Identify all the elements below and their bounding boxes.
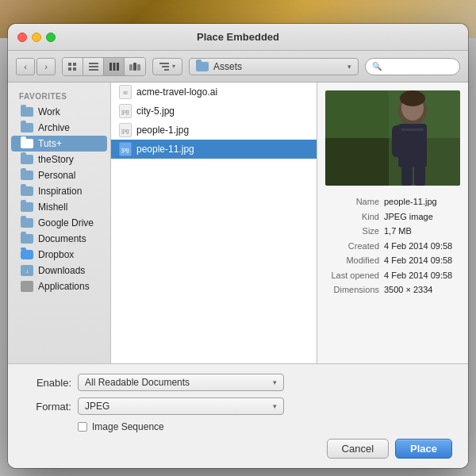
meta-row-created: Created 4 Feb 2014 09:58 <box>327 240 459 253</box>
enable-row: Enable: All Readable Documents ▾ <box>24 374 452 391</box>
sidebar-item-label: Applications <box>38 281 90 292</box>
archive-folder-icon <box>21 123 33 132</box>
sidebar-item-applications[interactable]: Applications <box>11 278 107 294</box>
column-view-button[interactable] <box>104 58 125 75</box>
file-icon-jpg: jpg <box>119 104 132 118</box>
svg-rect-8 <box>113 63 115 71</box>
sidebar-item-google-drive[interactable]: Google Drive <box>11 215 107 231</box>
svg-rect-14 <box>162 66 169 67</box>
close-button[interactable] <box>17 33 27 42</box>
meta-label-modified: Modified <box>327 254 384 267</box>
svg-rect-9 <box>117 63 119 71</box>
documents-folder-icon <box>21 234 33 244</box>
tuts-folder-icon <box>21 139 33 148</box>
format-dropdown[interactable]: JPEG ▾ <box>78 397 284 415</box>
meta-row-modified: Modified 4 Feb 2014 09:58 <box>327 254 459 267</box>
svg-rect-0 <box>68 63 71 66</box>
icon-view-button[interactable] <box>63 58 83 75</box>
enable-value: All Readable Documents <box>85 377 268 388</box>
minimize-button[interactable] <box>32 33 41 42</box>
format-value: JPEG <box>85 401 268 412</box>
sidebar-item-downloads[interactable]: ↓ Downloads <box>11 263 107 278</box>
file-icon-jpg3: jpg <box>119 142 132 156</box>
preview-panel: Name people-11.jpg Kind JPEG image Size … <box>317 83 468 363</box>
meta-label-created: Created <box>327 240 384 253</box>
sidebar-item-label: Personal <box>38 170 75 181</box>
sidebar-item-dropbox[interactable]: Dropbox <box>11 247 107 263</box>
file-name: people-11.jpg <box>136 144 194 155</box>
inspiration-folder-icon <box>21 186 33 196</box>
maximize-button[interactable] <box>46 33 56 42</box>
enable-dropdown[interactable]: All Readable Documents ▾ <box>78 374 284 391</box>
place-button[interactable]: Place <box>395 439 452 459</box>
sidebar-item-label: theStory <box>38 154 74 165</box>
sidebar-item-archive[interactable]: Archive <box>11 120 107 136</box>
svg-rect-10 <box>129 64 132 71</box>
file-item-people-11[interactable]: jpg people-11.jpg <box>111 140 317 159</box>
sidebar-item-documents[interactable]: Documents <box>11 231 107 247</box>
list-view-button[interactable] <box>83 58 104 75</box>
dropbox-icon <box>21 250 33 259</box>
file-icon-ai: ai <box>119 85 132 99</box>
meta-row-kind: Kind JPEG image <box>327 210 459 224</box>
sidebar-item-label: Downloads <box>38 265 85 276</box>
sidebar-item-thestory[interactable]: theStory <box>11 152 107 167</box>
toolbar: ‹ › ▾ Assets ▾ 🔍 <box>8 51 468 83</box>
enable-label: Enable: <box>24 377 71 389</box>
meta-value-last-opened: 4 Feb 2014 09:58 <box>384 269 459 282</box>
file-item-people-1[interactable]: jpg people-1.jpg <box>111 121 317 140</box>
svg-rect-2 <box>68 67 71 71</box>
location-dropdown[interactable]: Assets ▾ <box>189 58 359 75</box>
location-folder-icon <box>196 62 209 71</box>
sidebar-item-personal[interactable]: Personal <box>11 167 107 183</box>
svg-rect-1 <box>73 63 76 66</box>
sidebar-item-label: Inspiration <box>38 186 82 197</box>
downloads-icon: ↓ <box>21 265 33 276</box>
mishell-folder-icon <box>21 202 33 212</box>
meta-label-dimensions: Dimensions <box>327 283 384 297</box>
svg-rect-15 <box>164 69 169 71</box>
location-label: Assets <box>213 61 343 72</box>
file-name: people-1.jpg <box>136 125 189 136</box>
sidebar-item-inspiration[interactable]: Inspiration <box>11 183 107 199</box>
cancel-button[interactable]: Cancel <box>327 439 389 459</box>
preview-image <box>325 90 460 186</box>
meta-label-size: Size <box>327 225 384 238</box>
traffic-lights <box>17 33 56 42</box>
forward-button[interactable]: › <box>36 58 56 75</box>
meta-label-kind: Kind <box>327 210 384 224</box>
meta-value-kind: JPEG image <box>384 210 459 224</box>
meta-row-dimensions: Dimensions 3500 × 2334 <box>327 283 459 297</box>
sidebar-item-label: Archive <box>38 122 70 133</box>
format-label: Format: <box>24 401 71 413</box>
svg-rect-13 <box>159 63 169 64</box>
file-item-acme-logo[interactable]: ai acme-travel-logo.ai <box>111 83 317 102</box>
meta-table: Name people-11.jpg Kind JPEG image Size … <box>325 194 460 300</box>
svg-rect-6 <box>89 69 98 71</box>
back-button[interactable]: ‹ <box>16 58 35 75</box>
coverflow-view-button[interactable] <box>125 58 145 75</box>
meta-value-name: people-11.jpg <box>384 195 459 209</box>
sidebar-item-mishell[interactable]: Mishell <box>11 199 107 215</box>
arrange-button[interactable]: ▾ <box>152 58 182 75</box>
sidebar-item-label: Documents <box>38 233 86 244</box>
image-sequence-checkbox[interactable] <box>78 422 87 432</box>
sidebar-item-tuts-plus[interactable]: Tuts+ <box>11 136 107 152</box>
file-item-city-5[interactable]: jpg city-5.jpg <box>111 102 317 121</box>
format-row: Format: JPEG ▾ <box>24 397 452 415</box>
location-arrow-icon: ▾ <box>347 63 351 71</box>
meta-row-last-opened: Last opened 4 Feb 2014 09:58 <box>327 269 459 282</box>
meta-label-last-opened: Last opened <box>327 269 384 282</box>
svg-rect-12 <box>137 64 140 71</box>
bottom-controls: Enable: All Readable Documents ▾ Format:… <box>8 363 468 468</box>
content-area: FAVORITES Work Archive Tuts+ theStory Pe… <box>8 83 468 363</box>
image-sequence-label: Image Sequence <box>92 421 164 432</box>
enable-arrow-icon: ▾ <box>273 378 277 386</box>
svg-rect-23 <box>401 166 413 186</box>
sidebar-item-work[interactable]: Work <box>11 104 107 120</box>
file-list: ai acme-travel-logo.ai jpg city-5.jpg jp… <box>111 83 317 363</box>
meta-value-modified: 4 Feb 2014 09:58 <box>384 254 459 267</box>
sidebar-item-label: Dropbox <box>38 249 74 260</box>
search-box[interactable]: 🔍 <box>365 58 460 75</box>
meta-value-dimensions: 3500 × 2334 <box>384 283 459 297</box>
